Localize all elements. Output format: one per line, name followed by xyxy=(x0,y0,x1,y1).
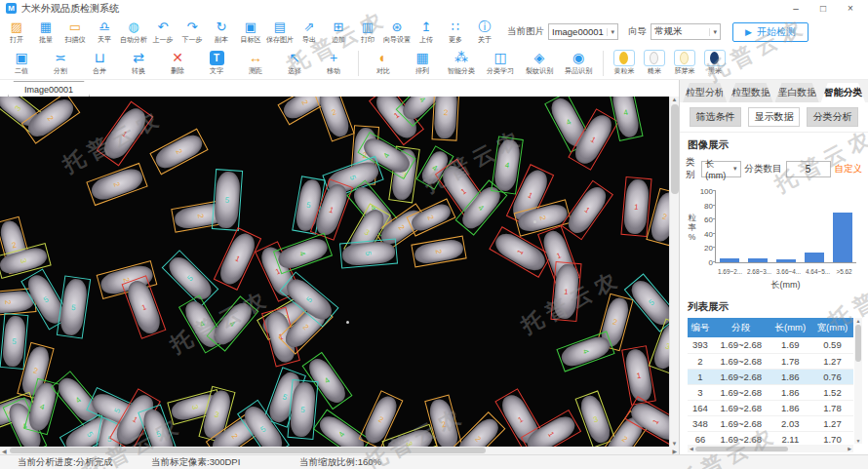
class-count-input[interactable] xyxy=(786,161,831,177)
rice-image-canvas[interactable]: 3212225222314244144124141215514232232555… xyxy=(0,97,669,447)
toolbar-button-天平[interactable]: ♎天平 xyxy=(90,20,119,45)
toolbar-button-打开[interactable]: ▨打开 xyxy=(2,20,31,45)
toolbar-button-自动分析[interactable]: ◍自动分析 xyxy=(119,20,148,45)
scroll-left-arrow-icon[interactable]: ◀ xyxy=(2,448,7,454)
toolbar-button-测距[interactable]: ↔测距 xyxy=(236,51,275,76)
grain-bounding-box-class-4: 4 xyxy=(556,331,614,371)
bar xyxy=(776,259,796,262)
table-row[interactable]: 3481.69~2.682.031.27 xyxy=(688,415,853,431)
toolbar-button-追加[interactable]: ⊞追加 xyxy=(324,20,353,45)
scroll-right-arrow-icon[interactable]: ▶ xyxy=(672,448,677,454)
vertical-scroll-thumb[interactable] xyxy=(855,325,861,362)
toolbar-button-黑米[interactable]: 黑米 xyxy=(699,51,730,76)
table-cell: 1.78 xyxy=(811,400,853,415)
panel-tab-垩白数据[interactable]: 垩白数据 xyxy=(775,83,819,102)
toolbar-button-选择[interactable]: ↖选择 xyxy=(275,51,314,76)
toolbar-button-排列[interactable]: ▦排列 xyxy=(403,51,442,76)
toolbar-button-删除[interactable]: ✕删除 xyxy=(158,51,197,76)
toolbar-button-导出[interactable]: ⇗导出 xyxy=(295,20,324,45)
toolbar-button-label: 批量 xyxy=(39,35,53,44)
toolbar-button-智能分类[interactable]: ⁂智能分类 xyxy=(442,51,481,76)
scroll-right-arrow-icon[interactable]: ▶ xyxy=(848,446,851,451)
yellow-grain-icon xyxy=(613,50,635,66)
table-header-cell[interactable]: 宽(mm) xyxy=(811,318,853,337)
grain-bounding-box-class-2: 2 xyxy=(411,235,466,267)
custom-link[interactable]: 自定义 xyxy=(835,163,863,176)
toolbar-button-更多[interactable]: ∷更多 xyxy=(441,20,470,45)
vertical-scroll-thumb[interactable] xyxy=(671,104,679,194)
chevron-down-icon: ▾ xyxy=(709,28,717,36)
toolbar-button-副本[interactable]: ↻副本 xyxy=(207,20,236,45)
toolbar-button-向导设置[interactable]: ⊛向导设置 xyxy=(382,20,412,45)
panel-button-显示数据[interactable]: 显示数据 xyxy=(748,107,800,127)
scroll-up-arrow-icon[interactable]: ▲ xyxy=(672,97,678,102)
toolbar-button-文字[interactable]: T文字 xyxy=(197,51,236,76)
toolbar-button-分割[interactable]: ≍分割 xyxy=(41,51,80,76)
print-icon: ▥ xyxy=(362,20,374,35)
horizontal-scroll-thumb[interactable] xyxy=(695,447,788,451)
toolbar-button-label: 保存图片 xyxy=(266,35,294,44)
toolbar-button-打印[interactable]: ▥打印 xyxy=(353,20,382,45)
toolbar-button-关于[interactable]: ⓘ关于 xyxy=(470,20,499,45)
table-row[interactable]: 31.69~2.681.861.52 xyxy=(688,384,853,400)
toolbar-button-转换[interactable]: ⇄转换 xyxy=(119,51,158,76)
minimize-button[interactable]: – xyxy=(790,3,802,14)
toolbar-button-糙米[interactable]: 糙米 xyxy=(639,51,669,76)
toolbar-button-对比[interactable]: ◐对比 xyxy=(364,51,403,76)
table-cell: 2 xyxy=(688,353,713,369)
current-image-select[interactable]: Image00001 ▾ xyxy=(548,23,618,40)
start-detection-button[interactable]: ▶ 开始检测 xyxy=(732,22,809,42)
panel-button-筛选条件[interactable]: 筛选条件 xyxy=(690,107,741,127)
app-logo-icon: M xyxy=(6,3,17,14)
canvas-horizontal-scrollbar[interactable]: ◀ ▶ xyxy=(0,447,679,454)
black-rice-icon xyxy=(704,51,726,66)
target-area-icon: ▣ xyxy=(245,20,256,35)
toolbar-button-上一步[interactable]: ↶上一步 xyxy=(148,20,178,45)
table-row[interactable]: 1641.69~2.681.861.78 xyxy=(688,400,853,415)
toolbar-button-移动[interactable]: +移动 xyxy=(314,51,353,76)
toolbar-button-label: 扫描仪 xyxy=(64,35,85,44)
table-row[interactable]: 3931.69~2.681.690.59 xyxy=(688,337,853,353)
toolbar-button-二值[interactable]: ▣二值 xyxy=(2,51,41,76)
toolbar-button-label: 对比 xyxy=(376,66,390,75)
table-header-cell[interactable]: 分段 xyxy=(713,318,769,337)
panel-tab-智能分类[interactable]: 智能分类 xyxy=(821,83,865,102)
scroll-up-arrow-icon[interactable]: ▲ xyxy=(856,318,861,324)
maximize-button[interactable]: □ xyxy=(817,3,829,14)
image-tab[interactable]: Image00001 xyxy=(8,81,90,97)
toolbar-button-批量[interactable]: ▦批量 xyxy=(31,20,60,45)
close-button[interactable]: × xyxy=(845,3,856,14)
germ-rice-icon xyxy=(674,50,695,66)
canvas-vertical-scrollbar[interactable]: ▲ ▼ xyxy=(669,97,679,447)
toolbar-button-分类学习[interactable]: ◫分类学习 xyxy=(481,51,520,76)
toolbar-edit-items: ▣二值≍分割⊔合并⇄转换✕删除T文字↔测距↖选择+移动◐对比▦排列⁂智能分类◫分… xyxy=(2,51,730,76)
toolbar-button-异品识别[interactable]: ◉异品识别 xyxy=(559,51,598,76)
toolbar-button-label: 异品识别 xyxy=(565,66,592,75)
panel-tab-粒型数据[interactable]: 粒型数据 xyxy=(729,83,772,102)
panel-tab-粒型分析[interactable]: 粒型分析 xyxy=(683,83,727,102)
y-axis-title: 粒率% xyxy=(687,213,697,242)
table-header-cell[interactable]: 编号 xyxy=(688,318,713,337)
toolbar-button-扫描仪[interactable]: ▭扫描仪 xyxy=(60,20,90,45)
toolbar-button-保存图片[interactable]: ▤保存图片 xyxy=(265,20,295,45)
grain-bounding-box-class-2: 2 xyxy=(313,97,354,141)
wizard-select[interactable]: 常规米 ▾ xyxy=(651,23,721,40)
toolbar-button-胚芽米[interactable]: 胚芽米 xyxy=(669,51,699,76)
toolbar-button-目标区[interactable]: ▣目标区 xyxy=(236,20,265,45)
scroll-down-arrow-icon[interactable]: ▼ xyxy=(856,438,861,444)
toolbar-button-上传[interactable]: ↥上传 xyxy=(412,20,441,45)
panel-button-分类分析[interactable]: 分类分析 xyxy=(807,107,858,127)
scroll-left-arrow-icon[interactable]: ◀ xyxy=(690,446,693,451)
toolbar-button-裂纹识别[interactable]: ◈裂纹识别 xyxy=(520,51,559,76)
toolbar-button-下一步[interactable]: ↷下一步 xyxy=(178,20,207,45)
table-row[interactable]: 21.69~2.681.781.27 xyxy=(688,353,853,369)
grain-bounding-box-class-2: 2 xyxy=(149,128,208,175)
horizontal-scroll-thumb[interactable] xyxy=(10,448,486,453)
toolbar-button-黄粒米[interactable]: 黄粒米 xyxy=(609,51,639,76)
toolbar-button-合并[interactable]: ⊔合并 xyxy=(80,51,119,76)
category-select[interactable]: 长(mm) ▾ xyxy=(701,161,740,177)
table-horizontal-scrollbar[interactable]: ◀ ▶ xyxy=(688,445,853,452)
table-row[interactable]: 11.69~2.681.860.76 xyxy=(688,369,853,384)
table-vertical-scrollbar[interactable]: ▲ ▼ xyxy=(854,318,862,444)
table-header-cell[interactable]: 长(mm) xyxy=(769,318,811,337)
